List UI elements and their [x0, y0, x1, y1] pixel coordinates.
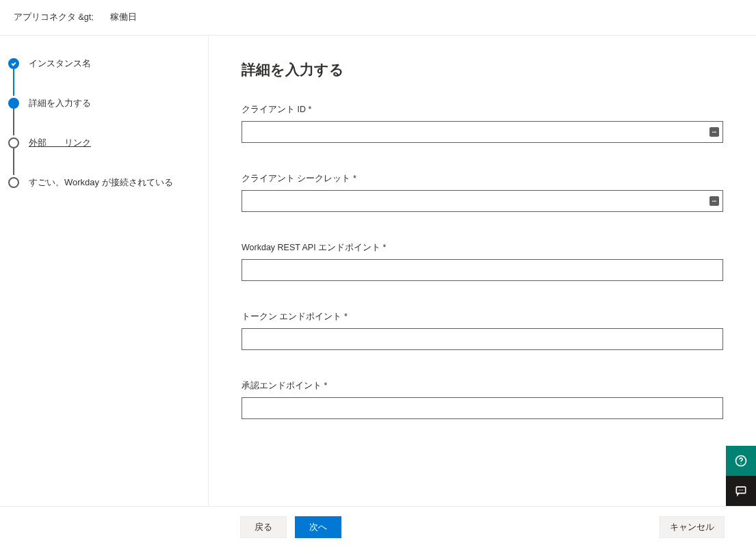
client-id-input[interactable] [242, 121, 723, 143]
field-client-id: クライアント ID * [242, 104, 723, 143]
step-dot-upcoming-icon [8, 177, 19, 188]
breadcrumb-item-1: アプリコネクタ &gt; [14, 12, 94, 23]
rest-api-label: Workday REST API エンドポイント * [242, 242, 723, 254]
back-button[interactable]: 戻る [240, 516, 287, 538]
step-label: 詳細を入力する [29, 97, 91, 109]
step-list: インスタンス名 詳細を入力する 外部 リンク すごい。Workday が接続され… [8, 57, 197, 189]
step-connector [13, 68, 14, 96]
input-wrapper [242, 121, 723, 143]
step-label: 外部 リンク [29, 137, 91, 149]
svg-point-1 [740, 464, 741, 464]
feedback-icon [734, 484, 748, 498]
help-button[interactable] [726, 446, 756, 476]
form-title: 詳細を入力する [242, 60, 723, 79]
content: インスタンス名 詳細を入力する 外部 リンク すごい。Workday が接続され… [0, 36, 756, 506]
svg-point-5 [742, 490, 744, 491]
field-rest-api-endpoint: Workday REST API エンドポイント * [242, 242, 723, 281]
cancel-button[interactable]: キャンセル [660, 516, 725, 538]
next-button[interactable]: 次へ [295, 516, 341, 538]
svg-point-3 [739, 490, 740, 491]
client-secret-label: クライアント シークレット * [242, 173, 723, 185]
token-endpoint-input[interactable] [242, 328, 723, 350]
floating-actions [726, 446, 756, 506]
step-dot-current-icon [8, 98, 19, 109]
input-wrapper [242, 328, 723, 350]
step-dot-upcoming-icon [8, 137, 19, 148]
breadcrumb-item-2: 稼働日 [110, 12, 137, 23]
step-enter-details[interactable]: 詳細を入力する [8, 97, 197, 137]
client-secret-input[interactable] [242, 190, 723, 212]
token-endpoint-label: トークン エンドポイント * [242, 311, 723, 323]
input-wrapper [242, 259, 723, 281]
svg-point-4 [740, 490, 742, 491]
breadcrumb-bar: アプリコネクタ &gt; 稼働日 [0, 0, 756, 36]
footer-right: キャンセル [660, 516, 725, 538]
step-connector [13, 108, 14, 135]
auth-endpoint-input[interactable] [242, 397, 723, 419]
step-external-link[interactable]: 外部 リンク [8, 137, 197, 176]
rest-api-input[interactable] [242, 259, 723, 281]
client-id-label: クライアント ID * [242, 104, 723, 116]
input-wrapper [242, 190, 723, 212]
field-auth-endpoint: 承認エンドポイント * [242, 380, 723, 419]
footer-left: 戻る 次へ [240, 516, 341, 538]
form-panel: 詳細を入力する クライアント ID * クライアント シークレット * Work… [209, 36, 756, 506]
step-label: すごい。Workday が接続されている [29, 176, 173, 189]
field-token-endpoint: トークン エンドポイント * [242, 311, 723, 350]
step-connected[interactable]: すごい。Workday が接続されている [8, 176, 197, 189]
step-dot-completed-icon [8, 58, 19, 69]
step-label: インスタンス名 [29, 57, 91, 70]
help-icon [734, 454, 748, 468]
sidebar: インスタンス名 詳細を入力する 外部 リンク すごい。Workday が接続され… [0, 36, 209, 506]
step-connector [13, 148, 14, 175]
input-wrapper [242, 397, 723, 419]
footer: 戻る 次へ キャンセル [0, 506, 756, 547]
field-client-secret: クライアント シークレット * [242, 173, 723, 212]
auth-endpoint-label: 承認エンドポイント * [242, 380, 723, 392]
step-instance-name[interactable]: インスタンス名 [8, 57, 197, 97]
feedback-button[interactable] [726, 476, 756, 506]
